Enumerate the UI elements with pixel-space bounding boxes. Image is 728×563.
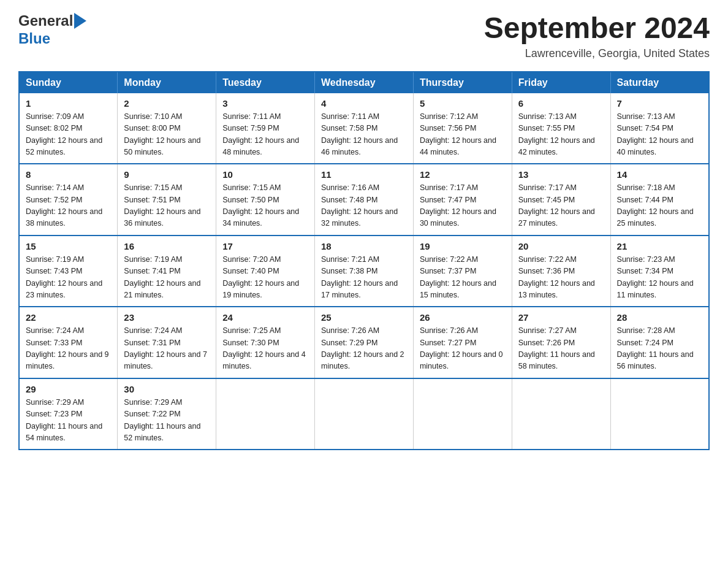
calendar-table: SundayMondayTuesdayWednesdayThursdayFrid… [18,71,710,451]
calendar-cell: 19Sunrise: 7:22 AMSunset: 7:37 PMDayligh… [413,236,512,307]
calendar-cell [610,378,709,450]
day-number: 20 [518,241,604,251]
day-info: Sunrise: 7:18 AMSunset: 7:44 PMDaylight:… [617,183,694,228]
day-info: Sunrise: 7:19 AMSunset: 7:43 PMDaylight:… [26,255,102,299]
day-info: Sunrise: 7:27 AMSunset: 7:26 PMDaylight:… [518,326,595,370]
day-info: Sunrise: 7:12 AMSunset: 7:56 PMDaylight:… [420,112,496,156]
day-number: 28 [617,312,702,323]
day-info: Sunrise: 7:26 AMSunset: 7:27 PMDaylight:… [420,326,503,370]
weekday-header-friday: Friday [512,72,610,93]
day-info: Sunrise: 7:26 AMSunset: 7:29 PMDaylight:… [321,326,404,370]
day-number: 10 [222,169,308,180]
calendar-cell: 17Sunrise: 7:20 AMSunset: 7:40 PMDayligh… [216,236,315,307]
day-number: 12 [420,169,506,180]
calendar-cell: 22Sunrise: 7:24 AMSunset: 7:33 PMDayligh… [19,307,118,378]
logo-arrow-icon [74,13,86,29]
calendar-cell: 14Sunrise: 7:18 AMSunset: 7:44 PMDayligh… [610,164,709,236]
calendar-cell: 25Sunrise: 7:26 AMSunset: 7:29 PMDayligh… [315,307,414,378]
calendar-cell [413,378,512,450]
day-info: Sunrise: 7:17 AMSunset: 7:47 PMDaylight:… [420,183,496,228]
day-number: 30 [124,384,210,394]
calendar-cell: 7Sunrise: 7:13 AMSunset: 7:54 PMDaylight… [610,93,709,164]
day-number: 21 [617,241,702,251]
weekday-header-thursday: Thursday [413,72,512,93]
calendar-week-5: 29Sunrise: 7:29 AMSunset: 7:23 PMDayligh… [19,378,709,450]
calendar-week-4: 22Sunrise: 7:24 AMSunset: 7:33 PMDayligh… [19,307,709,378]
day-info: Sunrise: 7:11 AMSunset: 7:58 PMDaylight:… [321,112,398,156]
day-info: Sunrise: 7:11 AMSunset: 7:59 PMDaylight:… [222,112,299,156]
calendar-cell: 15Sunrise: 7:19 AMSunset: 7:43 PMDayligh… [19,236,118,307]
day-number: 11 [321,169,407,180]
day-info: Sunrise: 7:24 AMSunset: 7:31 PMDaylight:… [124,326,207,370]
day-info: Sunrise: 7:13 AMSunset: 7:55 PMDaylight:… [518,112,595,156]
day-number: 6 [518,98,604,109]
day-number: 27 [518,312,604,323]
day-number: 5 [420,98,506,109]
day-info: Sunrise: 7:22 AMSunset: 7:37 PMDaylight:… [420,255,496,299]
weekday-header-wednesday: Wednesday [315,72,414,93]
title-block: September 2024 Lawrenceville, Georgia, U… [484,12,710,60]
day-info: Sunrise: 7:28 AMSunset: 7:24 PMDaylight:… [617,326,694,370]
day-number: 9 [124,169,210,180]
calendar-cell: 27Sunrise: 7:27 AMSunset: 7:26 PMDayligh… [512,307,610,378]
weekday-header-tuesday: Tuesday [216,72,315,93]
day-info: Sunrise: 7:15 AMSunset: 7:50 PMDaylight:… [222,183,299,228]
day-info: Sunrise: 7:19 AMSunset: 7:41 PMDaylight:… [124,255,200,299]
day-number: 1 [26,98,111,109]
calendar-cell: 21Sunrise: 7:23 AMSunset: 7:34 PMDayligh… [610,236,709,307]
weekday-header-saturday: Saturday [610,72,709,93]
calendar-week-1: 1Sunrise: 7:09 AMSunset: 8:02 PMDaylight… [19,93,709,164]
day-number: 3 [222,98,308,109]
day-number: 17 [222,241,308,251]
calendar-cell: 13Sunrise: 7:17 AMSunset: 7:45 PMDayligh… [512,164,610,236]
calendar-cell: 26Sunrise: 7:26 AMSunset: 7:27 PMDayligh… [413,307,512,378]
weekday-header-monday: Monday [118,72,216,93]
calendar-cell: 9Sunrise: 7:15 AMSunset: 7:51 PMDaylight… [118,164,216,236]
day-info: Sunrise: 7:29 AMSunset: 7:23 PMDaylight:… [26,398,102,442]
day-info: Sunrise: 7:20 AMSunset: 7:40 PMDaylight:… [222,255,299,299]
calendar-cell: 23Sunrise: 7:24 AMSunset: 7:31 PMDayligh… [118,307,216,378]
calendar-cell: 11Sunrise: 7:16 AMSunset: 7:48 PMDayligh… [315,164,414,236]
calendar-cell: 20Sunrise: 7:22 AMSunset: 7:36 PMDayligh… [512,236,610,307]
day-info: Sunrise: 7:21 AMSunset: 7:38 PMDaylight:… [321,255,398,299]
calendar-cell [216,378,315,450]
day-info: Sunrise: 7:13 AMSunset: 7:54 PMDaylight:… [617,112,694,156]
day-number: 8 [26,169,111,180]
day-info: Sunrise: 7:29 AMSunset: 7:22 PMDaylight:… [124,398,200,442]
day-info: Sunrise: 7:24 AMSunset: 7:33 PMDaylight:… [26,326,109,370]
day-number: 29 [26,384,111,394]
calendar-cell [315,378,414,450]
day-number: 7 [617,98,702,109]
day-info: Sunrise: 7:16 AMSunset: 7:48 PMDaylight:… [321,183,398,228]
day-number: 26 [420,312,506,323]
day-info: Sunrise: 7:23 AMSunset: 7:34 PMDaylight:… [617,255,694,299]
logo-blue-text: Blue [18,30,50,47]
calendar-cell: 10Sunrise: 7:15 AMSunset: 7:50 PMDayligh… [216,164,315,236]
day-info: Sunrise: 7:09 AMSunset: 8:02 PMDaylight:… [26,112,102,156]
day-number: 16 [124,241,210,251]
day-number: 22 [26,312,111,323]
day-number: 13 [518,169,604,180]
calendar-cell: 16Sunrise: 7:19 AMSunset: 7:41 PMDayligh… [118,236,216,307]
calendar-cell: 24Sunrise: 7:25 AMSunset: 7:30 PMDayligh… [216,307,315,378]
month-title: September 2024 [484,12,710,45]
day-number: 23 [124,312,210,323]
day-info: Sunrise: 7:15 AMSunset: 7:51 PMDaylight:… [124,183,200,228]
day-number: 4 [321,98,407,109]
logo: General Blue [18,12,86,48]
day-number: 2 [124,98,210,109]
calendar-cell: 3Sunrise: 7:11 AMSunset: 7:59 PMDaylight… [216,93,315,164]
weekday-header-row: SundayMondayTuesdayWednesdayThursdayFrid… [19,72,709,93]
calendar-cell: 28Sunrise: 7:28 AMSunset: 7:24 PMDayligh… [610,307,709,378]
weekday-header-sunday: Sunday [19,72,118,93]
calendar-cell: 6Sunrise: 7:13 AMSunset: 7:55 PMDaylight… [512,93,610,164]
calendar-cell: 2Sunrise: 7:10 AMSunset: 8:00 PMDaylight… [118,93,216,164]
calendar-cell: 5Sunrise: 7:12 AMSunset: 7:56 PMDaylight… [413,93,512,164]
day-number: 25 [321,312,407,323]
calendar-cell: 30Sunrise: 7:29 AMSunset: 7:22 PMDayligh… [118,378,216,450]
page-header: General Blue September 2024 Lawrencevill… [18,12,710,60]
calendar-cell: 12Sunrise: 7:17 AMSunset: 7:47 PMDayligh… [413,164,512,236]
day-info: Sunrise: 7:25 AMSunset: 7:30 PMDaylight:… [222,326,306,370]
calendar-cell: 1Sunrise: 7:09 AMSunset: 8:02 PMDaylight… [19,93,118,164]
calendar-cell: 29Sunrise: 7:29 AMSunset: 7:23 PMDayligh… [19,378,118,450]
